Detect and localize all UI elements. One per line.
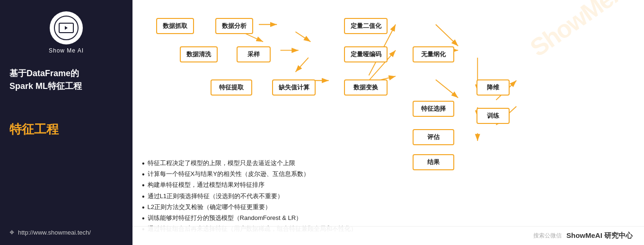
fc-box-result: 结果 — [413, 154, 454, 170]
bottom-bar-brand: ShowMeAI 研究中心 — [566, 231, 633, 240]
bullet-list: 特征工程决定了模型的上限，模型只是去逼近这个上限 计算每一个特征X与结果Y的相关… — [142, 159, 635, 234]
fc-box-quantile-binarize: 定量二值化 — [344, 18, 388, 34]
logo-circle — [50, 11, 83, 44]
fc-box-dummy-encode: 定量哑编码 — [344, 46, 388, 62]
fc-box-normalize: 无量纲化 — [413, 46, 454, 62]
bullet-item-6: 训练能够对特征打分的预选模型（RandomForest & LR） — [142, 214, 635, 223]
fc-box-feature-select: 特征选择 — [413, 101, 454, 117]
sidebar-footer: ⌖ http://www.showmeai.tech/ — [9, 228, 123, 237]
svg-line-5 — [295, 58, 308, 72]
bullet-item-5: L2正则方法交叉检验（确定哪个特征更重要） — [142, 203, 635, 212]
fc-box-feature-extract: 特征提取 — [211, 79, 252, 96]
fc-box-data-clean: 数据清洗 — [180, 46, 218, 62]
fc-box-train: 训练 — [476, 108, 510, 124]
svg-line-10 — [436, 25, 458, 46]
bottom-bar: 搜索公微信 ShowMeAI 研究中心 — [132, 226, 644, 245]
link-icon: ⌖ — [9, 228, 14, 237]
svg-line-12 — [436, 79, 458, 97]
fc-box-evaluate: 评估 — [413, 129, 454, 145]
fc-box-data-capture: 数据抓取 — [156, 18, 194, 34]
bottom-bar-logo-text: 搜索公微信 — [533, 232, 562, 240]
footer-url: http://www.showmeai.tech/ — [18, 229, 91, 236]
fc-box-missing-val: 缺失值计算 — [272, 79, 316, 96]
logo-inner — [54, 16, 79, 40]
bullet-item-1: 特征工程决定了模型的上限，模型只是去逼近这个上限 — [142, 159, 635, 168]
logo-area: Show Me AI — [9, 11, 123, 54]
fc-box-dim-reduce: 降维 — [476, 79, 510, 96]
bullet-item-4: 通过L1正则项选择特征（没选到的不代表不重要） — [142, 192, 635, 201]
sidebar-section-label: 特征工程 — [9, 121, 123, 138]
main-content: ShowMeAI — [132, 0, 644, 245]
bullet-item-2: 计算每一个特征X与结果Y的相关性（皮尔逊、互信息系数） — [142, 170, 635, 179]
flowchart: 数据抓取 数据分析 数据清洗 采样 特征提取 缺失值计算 定量二值化 定量哑编码… — [142, 9, 635, 155]
logo-screen — [59, 23, 74, 33]
fc-box-data-transform: 数据变换 — [344, 79, 388, 96]
fc-box-sampling: 采样 — [237, 46, 271, 62]
sidebar-title: 基于DataFrame的 Spark ML特征工程 — [9, 67, 123, 93]
sidebar: Show Me AI 基于DataFrame的 Spark ML特征工程 特征工… — [0, 0, 132, 245]
svg-line-2 — [295, 32, 310, 42]
bullet-item-3: 构建单特征模型，通过模型结果对特征排序 — [142, 181, 635, 190]
logo-text: Show Me AI — [49, 47, 84, 54]
fc-box-data-analysis: 数据分析 — [215, 18, 253, 34]
